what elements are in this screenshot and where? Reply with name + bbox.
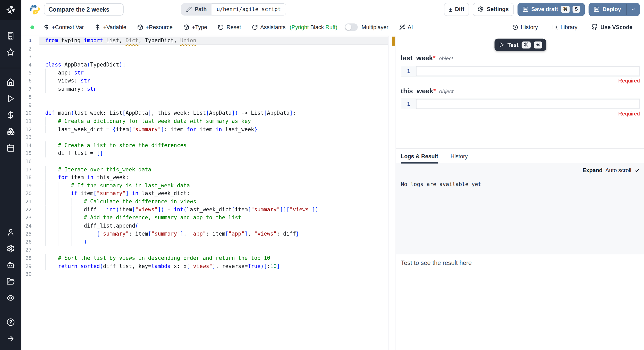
code-line[interactable]: 22 diff = int(item["views"]) - int(last_… xyxy=(21,206,388,214)
code-line[interactable]: 13 xyxy=(21,133,388,141)
test-label: Test xyxy=(507,42,519,48)
code-editor[interactable]: 1from typing import List, Dict, TypedDic… xyxy=(21,36,388,350)
assistants-button[interactable]: Assistants xyxy=(252,24,286,30)
code-line[interactable]: 19 # If the summary is in last_week data xyxy=(21,181,388,189)
code-line[interactable]: 10def main(last_week: List[AppData], thi… xyxy=(21,109,388,117)
sidebar-item-help[interactable] xyxy=(0,314,21,330)
code-line[interactable]: 4class AppData(TypedDict): xyxy=(21,61,388,69)
test-button-row: Test ⌘ ⏎ xyxy=(401,39,640,51)
code-line[interactable]: 24 diff_list.append( xyxy=(21,222,388,230)
multiplayer-text: Multiplayer xyxy=(362,24,388,30)
sidebar-item-home[interactable] xyxy=(0,74,21,90)
calendar-icon xyxy=(7,144,15,152)
kbd-enter: ⏎ xyxy=(534,41,542,48)
arg-input-this-week[interactable]: 1 xyxy=(401,99,640,109)
auto-scroll-toggle[interactable]: Auto scroll xyxy=(605,167,631,173)
python-language-icon xyxy=(30,4,40,14)
line-number: 21 xyxy=(21,198,39,206)
building-icon xyxy=(7,32,15,40)
sidebar-item-workspace[interactable] xyxy=(0,28,21,44)
required-hint: Required xyxy=(401,111,640,117)
add-context-var-button[interactable]: +Context Var xyxy=(43,24,84,30)
line-number: 6 xyxy=(21,77,39,85)
test-args-form: Test ⌘ ⏎ last_week* object 1 Required xyxy=(396,36,644,148)
code-line[interactable]: 17 # Iterate over this_week data xyxy=(21,165,388,173)
code-line[interactable]: 9 xyxy=(21,101,388,109)
add-type-button[interactable]: +Type xyxy=(183,24,207,30)
code-line[interactable]: 2 xyxy=(21,45,388,53)
code-line[interactable]: 20 if item["summary"] in last_week_dict: xyxy=(21,189,388,197)
sidebar-item-folders[interactable] xyxy=(0,273,21,290)
code-line[interactable]: 16 xyxy=(21,157,388,165)
code-line[interactable]: 29 return sorted(diff_list, key=lambda x… xyxy=(21,262,388,270)
save-icon xyxy=(522,6,528,12)
path-value[interactable]: u/henri/agile_script xyxy=(212,3,286,15)
sidebar-item-settings[interactable] xyxy=(0,240,21,257)
windmill-logo[interactable] xyxy=(0,0,21,20)
sidebar-item-audit-logs[interactable] xyxy=(0,290,21,306)
code-line[interactable]: 12 last_week_dict = {item["summary"]: it… xyxy=(21,125,388,133)
line-number: 19 xyxy=(21,181,39,189)
library-button[interactable]: Library xyxy=(552,24,577,30)
expand-button[interactable]: Expand xyxy=(582,167,603,173)
code-line[interactable]: 15 diff_list = [] xyxy=(21,149,388,157)
settings-button[interactable]: Settings xyxy=(473,3,514,16)
line-number: 5 xyxy=(21,69,39,77)
use-vscode-button[interactable]: Use VScode xyxy=(591,24,633,30)
code-line[interactable]: 1from typing import List, Dict, TypedDic… xyxy=(21,37,388,45)
logs-tabs: Logs & Result History xyxy=(396,148,644,164)
history-icon xyxy=(512,24,518,30)
code-line[interactable]: 7 summary: str xyxy=(21,85,388,93)
code-line[interactable]: 30 xyxy=(21,270,388,278)
code-line[interactable]: 26 ) xyxy=(21,238,388,246)
code-line[interactable]: 27 xyxy=(21,246,388,254)
settings-label: Settings xyxy=(487,6,509,12)
sidebar-item-resources[interactable] xyxy=(0,123,21,140)
code-line[interactable]: 8 xyxy=(21,93,388,101)
deploy-button[interactable]: Deploy xyxy=(589,3,640,16)
code-line[interactable]: 14 # Create a list to store the differen… xyxy=(21,141,388,149)
mini-editor-content[interactable] xyxy=(416,99,639,109)
windmill-logo-icon xyxy=(5,5,16,15)
code-line[interactable]: 18 for item in this_week: xyxy=(21,173,388,181)
line-number: 10 xyxy=(21,109,39,117)
line-number: 30 xyxy=(21,270,39,278)
code-line[interactable]: 6 views: str xyxy=(21,77,388,85)
lsp-black: Black xyxy=(310,24,324,30)
sidebar-item-variables[interactable] xyxy=(0,107,21,123)
sidebar-item-users[interactable] xyxy=(0,224,21,240)
code-line[interactable]: 5 app: str xyxy=(21,69,388,77)
sidebar-divider xyxy=(0,68,21,68)
ai-button[interactable]: AI xyxy=(399,24,413,30)
code-line[interactable]: 21 # Calculate the difference in views xyxy=(21,198,388,206)
sidebar-expand[interactable] xyxy=(0,330,21,347)
multiplayer-label[interactable]: Multiplayer xyxy=(362,24,388,30)
code-line[interactable]: 11 # Create a dictionary for last_week d… xyxy=(21,117,388,125)
tab-logs-result[interactable]: Logs & Result xyxy=(401,149,438,163)
chevron-down-icon[interactable] xyxy=(630,6,636,12)
arg-input-last-week[interactable]: 1 xyxy=(401,66,640,76)
sidebar-item-runs[interactable] xyxy=(0,90,21,107)
add-resource-button[interactable]: +Resource xyxy=(137,24,173,30)
code-line[interactable]: 3 xyxy=(21,53,388,61)
editor-overview-ruler[interactable] xyxy=(388,36,396,350)
save-draft-button[interactable]: Save draft ⌘ S xyxy=(517,3,585,16)
code-line[interactable]: 28 # Sort the list by views in descendin… xyxy=(21,254,388,262)
sidebar-item-favorites[interactable] xyxy=(0,44,21,61)
sidebar-item-schedules[interactable] xyxy=(0,140,21,156)
code-line[interactable]: 25 {"summary": item["summary"], "app": i… xyxy=(21,230,388,238)
lsp-paren-close: ) xyxy=(335,24,337,30)
history-button[interactable]: History xyxy=(512,24,538,30)
reset-button[interactable]: Reset xyxy=(218,24,241,30)
mini-editor-content[interactable] xyxy=(416,66,639,76)
add-variable-button[interactable]: +Variable xyxy=(95,24,126,30)
path-edit-button[interactable]: Path xyxy=(181,3,211,15)
code-line[interactable]: 23 # Add the difference, summary and app… xyxy=(21,214,388,222)
diff-button[interactable]: ± Diff xyxy=(444,3,469,16)
arrow-right-icon xyxy=(7,335,15,343)
tab-history[interactable]: History xyxy=(451,149,468,163)
script-title-input[interactable] xyxy=(44,3,124,15)
test-button[interactable]: Test ⌘ ⏎ xyxy=(494,39,546,51)
sidebar-item-workers[interactable] xyxy=(0,257,21,273)
multiplayer-toggle[interactable] xyxy=(345,23,358,31)
